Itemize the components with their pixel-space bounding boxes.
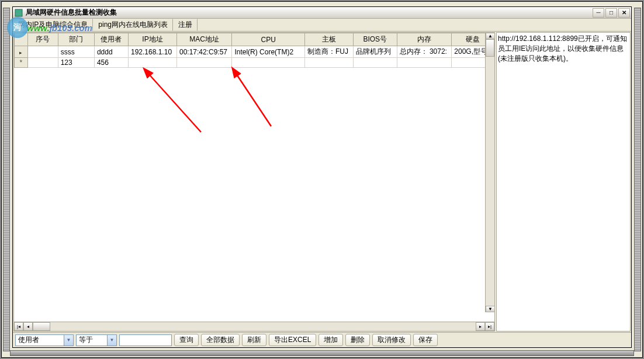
main-pane: 序号 部门 使用者 IP地址 MAC地址 CPU 主板 BIOS号 内存 硬盘 bbox=[13, 32, 495, 332]
scroll-thumb[interactable] bbox=[33, 322, 50, 331]
frame-decor-left bbox=[3, 8, 10, 351]
cell-mem[interactable] bbox=[397, 58, 452, 68]
grid-wrapper: 序号 部门 使用者 IP地址 MAC地址 CPU 主板 BIOS号 内存 硬盘 bbox=[14, 33, 494, 322]
side-info-text: http://192.168.1.112:8899已开启，可通知员工用IE访问此… bbox=[498, 34, 627, 63]
app-icon bbox=[14, 8, 23, 18]
all-data-button[interactable]: 全部数据 bbox=[201, 334, 240, 346]
scroll-down-button[interactable]: ▼ bbox=[486, 306, 494, 312]
chevron-down-icon[interactable]: ▼ bbox=[64, 335, 73, 346]
search-value-input[interactable] bbox=[119, 334, 172, 346]
search-button[interactable]: 查询 bbox=[174, 334, 199, 346]
cell-cpu[interactable]: Intel(R) Core(TM)2 bbox=[232, 46, 304, 58]
titlebar: 局域网硬件信息批量检测收集 ─ □ ✕ bbox=[13, 7, 631, 19]
add-button[interactable]: 增加 bbox=[318, 334, 343, 346]
vertical-scrollbar[interactable]: ▲ ▼ bbox=[485, 33, 494, 312]
side-info-pane: http://192.168.1.112:8899已开启，可通知员工用IE访问此… bbox=[496, 32, 631, 332]
scroll-track[interactable] bbox=[486, 39, 494, 306]
menu-register[interactable]: 注册 bbox=[173, 19, 198, 31]
cell-seq[interactable] bbox=[27, 46, 58, 58]
col-bios[interactable]: BIOS号 bbox=[353, 33, 397, 46]
maximize-button[interactable]: □ bbox=[605, 8, 617, 18]
scroll-right-button[interactable]: ▸ bbox=[476, 322, 485, 331]
col-user[interactable]: 使用者 bbox=[94, 33, 128, 46]
col-cpu[interactable]: CPU bbox=[232, 33, 304, 46]
refresh-button[interactable]: 刷新 bbox=[242, 334, 266, 346]
app-window: 局域网硬件信息批量检测收集 ─ □ ✕ 河 www. jb103.com 网内I… bbox=[12, 6, 632, 348]
frame-decor-right bbox=[634, 8, 641, 351]
scroll-thumb[interactable] bbox=[486, 39, 494, 57]
operator-combo[interactable]: 等于 ▼ bbox=[76, 334, 117, 346]
field-combo[interactable]: 使用者 ▼ bbox=[15, 334, 74, 346]
save-button[interactable]: 保存 bbox=[413, 334, 438, 346]
grid-corner bbox=[15, 33, 28, 46]
cell-ip[interactable]: 192.168.1.10 bbox=[128, 46, 176, 58]
cell-dept[interactable]: 123 bbox=[58, 58, 94, 68]
row-indicator bbox=[15, 46, 28, 58]
close-button[interactable]: ✕ bbox=[618, 8, 630, 18]
cell-mb[interactable]: 制造商：FUJ bbox=[304, 46, 353, 58]
table-row[interactable]: ssss dddd 192.168.1.10 00:17:42:C9:57 In… bbox=[15, 46, 494, 58]
cell-mac[interactable]: 00:17:42:C9:57 bbox=[176, 46, 231, 58]
svg-line-1 bbox=[148, 74, 201, 132]
field-combo-value: 使用者 bbox=[16, 335, 64, 345]
minimize-button[interactable]: ─ bbox=[593, 8, 604, 18]
scroll-last-button[interactable]: ▸| bbox=[485, 322, 494, 331]
col-seq[interactable]: 序号 bbox=[27, 33, 58, 46]
col-mem[interactable]: 内存 bbox=[397, 33, 452, 46]
cell-bios[interactable]: 品牌机序列 bbox=[353, 46, 397, 58]
svg-line-2 bbox=[236, 74, 271, 126]
row-indicator bbox=[15, 58, 28, 68]
cell-ip[interactable] bbox=[128, 58, 176, 68]
scroll-up-button[interactable]: ▲ bbox=[486, 33, 494, 39]
scroll-track[interactable] bbox=[33, 322, 476, 331]
table-row[interactable]: 123 456 bbox=[15, 58, 494, 68]
menu-ping-list[interactable]: ping网内在线电脑列表 bbox=[93, 19, 173, 31]
cell-mb[interactable] bbox=[304, 58, 353, 68]
cell-mac[interactable] bbox=[176, 58, 231, 68]
col-ip[interactable]: IP地址 bbox=[128, 33, 176, 46]
operator-combo-value: 等于 bbox=[77, 335, 107, 345]
delete-button[interactable]: 删除 bbox=[345, 334, 370, 346]
cancel-edit-button[interactable]: 取消修改 bbox=[372, 334, 411, 346]
cell-cpu[interactable] bbox=[232, 58, 304, 68]
export-excel-button[interactable]: 导出EXCEL bbox=[269, 334, 316, 346]
window-title: 局域网硬件信息批量检测收集 bbox=[26, 8, 593, 18]
data-grid[interactable]: 序号 部门 使用者 IP地址 MAC地址 CPU 主板 BIOS号 内存 硬盘 bbox=[14, 33, 494, 68]
col-mac[interactable]: MAC地址 bbox=[176, 33, 231, 46]
cell-user[interactable]: dddd bbox=[94, 46, 128, 58]
scroll-left-button[interactable]: ◂ bbox=[23, 322, 33, 331]
annotation-arrow-2 bbox=[219, 62, 324, 144]
menu-ip-info[interactable]: 网内IP及电脑综合信息 bbox=[13, 19, 93, 31]
annotation-arrow-1 bbox=[131, 62, 236, 144]
bottombar: 使用者 ▼ 等于 ▼ 查询 全部数据 刷新 导出EXCEL 增加 删除 取消修改… bbox=[13, 332, 631, 347]
menubar: 河 www. jb103.com 网内IP及电脑综合信息 ping网内在线电脑列… bbox=[13, 19, 631, 32]
col-dept[interactable]: 部门 bbox=[58, 33, 94, 46]
svg-rect-0 bbox=[15, 9, 22, 16]
col-mb[interactable]: 主板 bbox=[304, 33, 353, 46]
horizontal-scrollbar[interactable]: |◂ ◂ ▸ ▸| bbox=[14, 322, 494, 331]
cell-seq[interactable] bbox=[27, 58, 58, 68]
cell-dept[interactable]: ssss bbox=[58, 46, 94, 58]
scroll-first-button[interactable]: |◂ bbox=[14, 322, 23, 331]
cell-bios[interactable] bbox=[353, 58, 397, 68]
chevron-down-icon[interactable]: ▼ bbox=[107, 335, 116, 346]
cell-user[interactable]: 456 bbox=[94, 58, 128, 68]
frame-decor-bottom bbox=[10, 350, 634, 356]
grid-header-row: 序号 部门 使用者 IP地址 MAC地址 CPU 主板 BIOS号 内存 硬盘 bbox=[15, 33, 494, 46]
cell-mem[interactable]: 总内存： 3072: bbox=[397, 46, 452, 58]
